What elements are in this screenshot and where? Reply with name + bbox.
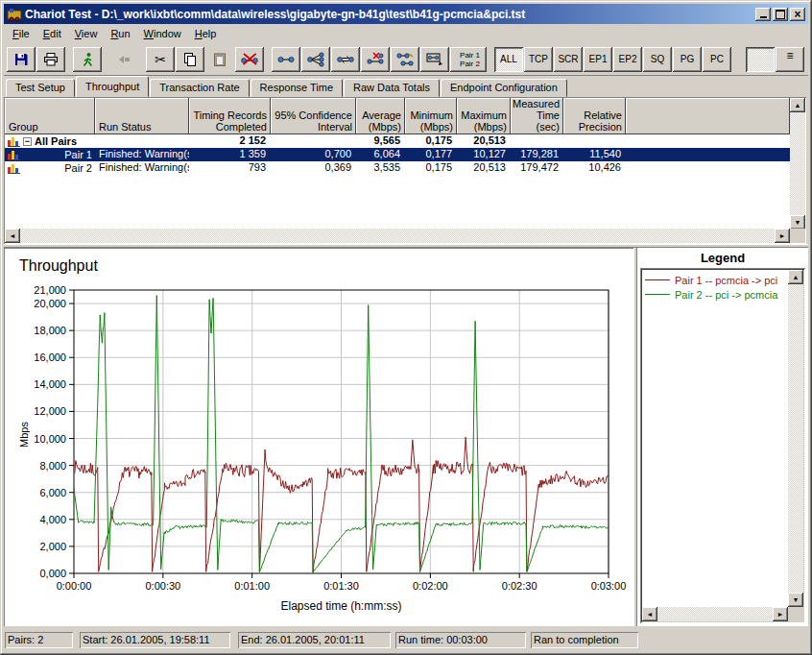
menu-run[interactable]: Run	[104, 26, 136, 41]
edit-pair-icon	[336, 52, 355, 67]
legend-item-label: Pair 2 -- pci -> pcmcia	[675, 289, 777, 301]
edit-pair-button[interactable]	[331, 47, 360, 72]
right-arrow-icon: ►	[777, 611, 784, 618]
table-row-pair2[interactable]: Pair 2 Finished: Warning(s) 793 0,369 3,…	[5, 161, 790, 175]
title-bar[interactable]: Chariot Test - D:\_work\ixbt\comm\data\w…	[4, 4, 808, 24]
menu-window[interactable]: Window	[137, 26, 188, 41]
tab-test-setup[interactable]: Test Setup	[6, 79, 75, 97]
col-run-status[interactable]: Run Status	[95, 98, 189, 134]
table-horizontal-scrollbar[interactable]: ◄ ►	[5, 229, 790, 243]
col-average[interactable]: Average (Mbps)	[356, 98, 405, 134]
svg-text:0:02:30: 0:02:30	[502, 580, 537, 592]
show-titles-button[interactable]: ≡	[776, 47, 804, 72]
menu-bar: File Edit View Run Window Help	[4, 24, 808, 42]
legend-horizontal-scrollbar[interactable]: ◄ ►	[642, 607, 788, 621]
scroll-left-button[interactable]: ◄	[5, 229, 20, 243]
svg-text:12,000: 12,000	[34, 405, 66, 417]
filter-pg-button[interactable]: PG	[673, 47, 702, 72]
filter-ep2-button[interactable]: EP2	[613, 47, 642, 72]
up-arrow-icon: ▲	[795, 102, 801, 109]
scroll-track[interactable]	[20, 229, 775, 243]
menu-edit[interactable]: Edit	[36, 26, 68, 41]
tab-endpoint-configuration[interactable]: Endpoint Configuration	[441, 79, 567, 97]
scroll-track[interactable]	[657, 607, 773, 621]
col-measured-time[interactable]: Measured Time (sec)	[511, 98, 563, 134]
svg-text:2,000: 2,000	[39, 541, 66, 552]
menu-help[interactable]: Help	[188, 26, 224, 41]
tab-transaction-rate[interactable]: Transaction Rate	[150, 79, 249, 97]
scroll-track[interactable]	[788, 284, 803, 593]
group-label: Pair 2	[64, 162, 95, 175]
delete-multiple-pairs-button[interactable]	[361, 47, 390, 72]
up-arrow-icon: ▲	[793, 274, 800, 280]
add-multiple-pairs-button[interactable]	[301, 47, 330, 72]
minimize-button[interactable]	[755, 8, 771, 21]
add-pair-button[interactable]	[272, 47, 300, 72]
tree-collapse-icon[interactable]: −	[23, 137, 32, 146]
col-confidence[interactable]: 95% Confidence Interval	[271, 98, 356, 134]
paste-icon	[212, 52, 227, 67]
save-button[interactable]	[7, 47, 36, 72]
toggle-grid-button[interactable]	[746, 47, 775, 72]
filter-sq-button[interactable]: SQ	[643, 47, 672, 72]
scroll-right-button[interactable]: ►	[773, 607, 788, 621]
scroll-right-button[interactable]: ►	[775, 229, 790, 243]
throughput-chart: 0,0002,0004,0006,0008,00010,00012,00014,…	[4, 248, 633, 626]
filter-scr-button[interactable]: SCR	[554, 47, 583, 72]
save-icon	[13, 52, 29, 67]
legend-line-sample	[645, 279, 670, 280]
tab-response-time[interactable]: Response Time	[251, 79, 343, 97]
status-bar: Pairs: 2 Start: 26.01.2005, 19:58:11 End…	[4, 630, 808, 649]
scroll-up-button[interactable]: ▲	[788, 270, 803, 284]
scroll-down-button[interactable]: ▼	[790, 215, 805, 230]
col-group[interactable]: Group	[5, 98, 95, 134]
replicate-pair-button[interactable]	[420, 47, 449, 72]
cut-button[interactable]: ✂	[146, 47, 175, 72]
svg-text:0,000: 0,000	[39, 568, 66, 579]
maximize-button[interactable]	[773, 8, 788, 21]
svg-text:21,000: 21,000	[34, 284, 66, 296]
status-run-result: Ran to completion	[531, 632, 638, 648]
delete-multiple-pairs-icon	[366, 52, 385, 67]
down-arrow-icon: ▼	[795, 219, 801, 226]
table-row-pair1[interactable]: Pair 1 Finished: Warning(s) 1 359 0,700 …	[5, 148, 790, 161]
scroll-track[interactable]	[790, 112, 805, 215]
chart-title: Throughput	[19, 257, 98, 275]
print-button[interactable]	[36, 47, 65, 72]
scroll-up-button[interactable]: ▲	[790, 98, 805, 112]
col-timing-records[interactable]: Timing Records Completed	[189, 98, 271, 134]
legend-vertical-scrollbar[interactable]: ▲ ▼	[788, 270, 803, 607]
col-maximum[interactable]: Maximum (Mbps)	[457, 98, 511, 134]
legend-item-pair1[interactable]: Pair 1 -- pcmcia -> pci	[640, 273, 805, 287]
svg-text:0:01:00: 0:01:00	[234, 580, 270, 592]
table-row-all-pairs[interactable]: − All Pairs 2 152 9,565 0,175 20,513	[5, 134, 790, 148]
svg-text:0:03:00: 0:03:00	[591, 580, 627, 592]
col-minimum[interactable]: Minimum (Mbps)	[405, 98, 457, 134]
filter-pc-button[interactable]: PC	[703, 47, 731, 72]
menu-file[interactable]: File	[6, 26, 36, 41]
find-pairs-button[interactable]	[391, 47, 419, 72]
copy-button[interactable]	[176, 47, 204, 72]
legend-item-pair2[interactable]: Pair 2 -- pci -> pcmcia	[640, 287, 805, 302]
tab-throughput[interactable]: Throughput	[76, 76, 149, 97]
table-vertical-scrollbar[interactable]: ▲ ▼	[790, 98, 805, 230]
scroll-down-button[interactable]: ▼	[788, 593, 803, 607]
pair-chart-icon	[8, 163, 20, 174]
app-window: Chariot Test - D:\_work\ixbt\comm\data\w…	[0, 0, 812, 655]
svg-text:6,000: 6,000	[39, 487, 66, 498]
close-button[interactable]: ×	[790, 8, 805, 21]
pair-chart-icon	[8, 136, 20, 147]
tab-raw-data-totals[interactable]: Raw Data Totals	[344, 79, 440, 97]
filter-all-button[interactable]: ALL	[494, 47, 523, 72]
svg-text:14,000: 14,000	[34, 378, 66, 390]
delete-pair-button[interactable]	[235, 47, 264, 72]
col-relative-precision[interactable]: Relative Precision	[563, 98, 626, 134]
filter-ep1-button[interactable]: EP1	[584, 47, 612, 72]
scissors-icon: ✂	[155, 52, 166, 67]
replicate-pair-icon	[425, 52, 444, 67]
filter-tcp-button[interactable]: TCP	[524, 47, 553, 72]
swap-pair-endpoints-button[interactable]: Pair 1 Pair 2	[450, 47, 487, 72]
run-test-button[interactable]	[73, 47, 102, 72]
menu-view[interactable]: View	[68, 26, 105, 41]
scroll-left-button[interactable]: ◄	[642, 607, 657, 621]
